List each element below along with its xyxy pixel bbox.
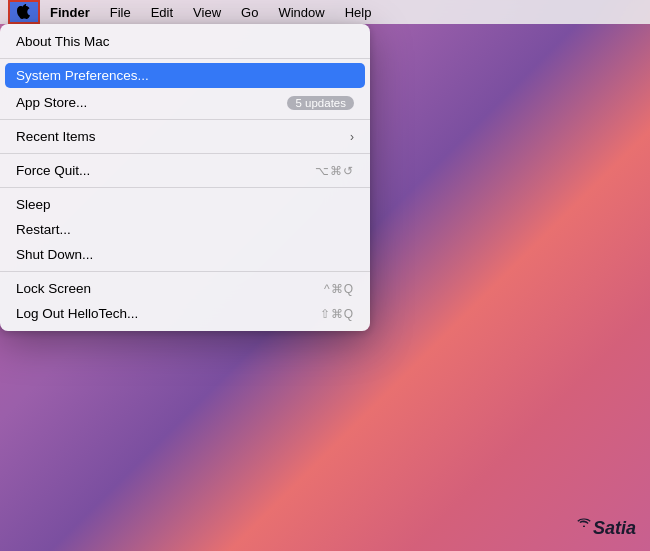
menu-item-sleep[interactable]: Sleep	[0, 192, 370, 217]
menu-separator-5	[0, 271, 370, 272]
chevron-right-icon: ›	[350, 130, 354, 144]
apple-dropdown-menu: About This Mac System Preferences... App…	[0, 24, 370, 331]
menu-item-force-quit[interactable]: Force Quit... ⌥⌘↺	[0, 158, 370, 183]
apple-logo-icon	[17, 4, 31, 20]
force-quit-shortcut: ⌥⌘↺	[315, 164, 354, 178]
menubar-file[interactable]: File	[100, 0, 141, 24]
menubar-help[interactable]: Help	[335, 0, 382, 24]
menubar-window[interactable]: Window	[268, 0, 334, 24]
menu-separator-2	[0, 119, 370, 120]
menubar: Finder File Edit View Go Window Help	[0, 0, 650, 24]
menu-separator-1	[0, 58, 370, 59]
menu-item-restart[interactable]: Restart...	[0, 217, 370, 242]
menu-separator-3	[0, 153, 370, 154]
menu-separator-4	[0, 187, 370, 188]
log-out-shortcut: ⇧⌘Q	[320, 307, 354, 321]
apple-menu-button[interactable]	[8, 0, 40, 24]
menu-item-log-out[interactable]: Log Out HelloTech... ⇧⌘Q	[0, 301, 370, 326]
menubar-finder[interactable]: Finder	[40, 0, 100, 24]
satia-text: Satia	[593, 518, 636, 539]
wifi-icon	[577, 517, 591, 529]
menu-item-system-preferences[interactable]: System Preferences...	[5, 63, 365, 88]
menu-item-lock-screen[interactable]: Lock Screen ^⌘Q	[0, 276, 370, 301]
updates-badge: 5 updates	[287, 96, 354, 110]
menubar-view[interactable]: View	[183, 0, 231, 24]
menubar-edit[interactable]: Edit	[141, 0, 183, 24]
menubar-go[interactable]: Go	[231, 0, 268, 24]
menu-item-recent-items[interactable]: Recent Items ›	[0, 124, 370, 149]
menu-item-app-store[interactable]: App Store... 5 updates	[0, 90, 370, 115]
menu-item-about[interactable]: About This Mac	[0, 29, 370, 54]
menu-item-shut-down[interactable]: Shut Down...	[0, 242, 370, 267]
lock-screen-shortcut: ^⌘Q	[324, 282, 354, 296]
satia-watermark: Satia	[577, 518, 636, 539]
